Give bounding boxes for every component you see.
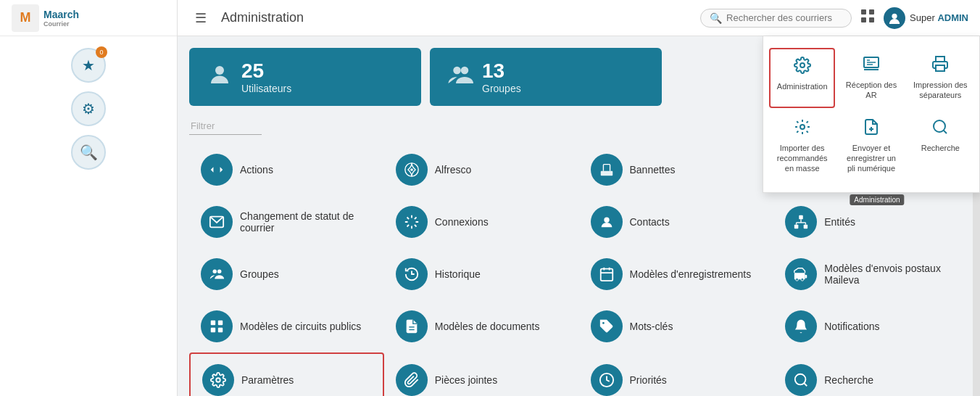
modeles-envois-label: Modèles d'envois postaux Maileva (824, 263, 957, 286)
grid-item-modeles-docs[interactable]: Modèles de documents (384, 300, 579, 352)
actions-icon (201, 154, 233, 186)
svg-rect-14 (800, 215, 804, 220)
recherche-icon (785, 364, 817, 396)
grid-item-mots-cles[interactable]: Mots-clés (579, 300, 774, 352)
grid-item-priorites[interactable]: Priorités (579, 352, 774, 396)
favorites-badge: 0 (96, 46, 107, 58)
grid-item-groupes[interactable]: Groupes (189, 248, 384, 300)
envoyer-icon (863, 118, 880, 140)
search-bar-icon: 🔍 (710, 12, 722, 24)
svg-rect-2 (861, 17, 866, 22)
modeles-docs-icon (396, 310, 428, 342)
search-icon: 🔍 (80, 144, 98, 161)
grid-item-modeles-envois[interactable]: Modèles d'envois postaux Maileva (773, 248, 968, 300)
svg-rect-35 (211, 328, 215, 332)
grid-item-pieces-jointes[interactable]: Pièces jointes (384, 352, 579, 396)
modeles-enreg-label: Modèles d'enregistrements (630, 268, 752, 280)
admin-dd-icon (794, 57, 811, 78)
logo-text: Maarch Courrier (43, 9, 79, 28)
reception-ar-label: Réception des AR (842, 80, 900, 101)
dropdown-item-reception-ar[interactable]: Réception des AR (838, 48, 904, 108)
alfresco-label: Alfresco (435, 164, 472, 176)
svg-point-13 (604, 218, 609, 223)
admin-dd-label: Administration (777, 81, 828, 91)
svg-rect-36 (218, 328, 223, 332)
grid-item-recherche[interactable]: Recherche (773, 352, 968, 396)
grid-item-notifications[interactable]: Notifications (773, 300, 968, 352)
notifications-label: Notifications (824, 321, 879, 332)
pieces-jointes-label: Pièces jointes (435, 374, 497, 386)
svg-point-4 (892, 13, 897, 18)
grid-item-historique[interactable]: Historique (384, 248, 579, 300)
svg-point-7 (461, 66, 469, 74)
grid-item-entites[interactable]: Entités (773, 196, 968, 248)
svg-point-32 (801, 279, 804, 281)
grid-item-modeles-enreg[interactable]: Modèles d'enregistrements (579, 248, 774, 300)
connexions-icon (396, 206, 428, 238)
dropdown-item-importer[interactable]: Importer des recommandés en masse (769, 111, 835, 181)
importer-label: Importer des recommandés en masse (773, 143, 831, 174)
svg-rect-16 (804, 225, 808, 229)
grid-item-bannettes[interactable]: Bannettes (579, 144, 774, 196)
grid-item-actions[interactable]: Actions (189, 144, 384, 196)
historique-label: Historique (435, 268, 481, 280)
dropdown-item-administration[interactable]: Administration Administration (769, 48, 835, 108)
sidebar: M Maarch Courrier ★ 0 ⚙ 🔍 (0, 0, 178, 396)
envoyer-label: Envoyer et enregistrer un pli numérique (842, 143, 900, 174)
groupes-icon (201, 258, 233, 290)
dropdown-item-impression[interactable]: Impression des séparateurs (908, 48, 973, 108)
user-menu-button[interactable]: Super ADMIN (884, 7, 968, 29)
grid-item-contacts[interactable]: Contacts (579, 196, 774, 248)
dropdown-item-envoyer[interactable]: Envoyer et enregistrer un pli numérique (838, 111, 904, 181)
svg-point-40 (216, 378, 220, 382)
stat-card-users[interactable]: 25 Utilisateurs (189, 48, 421, 106)
menu-toggle-button[interactable]: ☰ (189, 7, 212, 29)
logo-icon: M (12, 4, 39, 32)
priorites-icon (591, 364, 623, 396)
changement-label: Changement de statut de courrier (240, 210, 373, 234)
svg-point-21 (213, 270, 217, 274)
filter-input[interactable] (189, 117, 262, 135)
groups-icon (447, 62, 473, 93)
contacts-icon (591, 206, 623, 238)
notifications-icon (785, 310, 817, 342)
svg-point-22 (217, 270, 222, 274)
gear-icon: ⚙ (82, 100, 95, 117)
user-name-label: Super ADMIN (910, 12, 968, 23)
search-bar[interactable]: 🔍 (700, 9, 852, 28)
alfresco-icon (396, 154, 428, 186)
grid-item-modeles-circuits[interactable]: Modèles de circuits publics (189, 300, 384, 352)
parametres-label: Paramètres (241, 374, 294, 386)
svg-line-55 (944, 130, 947, 133)
contacts-label: Contacts (630, 216, 670, 228)
dropdown-item-recherche[interactable]: Recherche (908, 111, 973, 181)
mots-cles-icon (591, 310, 623, 342)
nav-btn-settings[interactable]: ⚙ (71, 91, 106, 126)
grid-item-alfresco[interactable]: Alfresco (384, 144, 579, 196)
svg-rect-33 (211, 321, 215, 325)
svg-rect-1 (869, 9, 874, 15)
modeles-docs-label: Modèles de documents (435, 321, 540, 332)
svg-rect-50 (936, 65, 944, 71)
grid-item-connexions[interactable]: Connexions (384, 196, 579, 248)
actions-label: Actions (240, 164, 273, 176)
stat-groups-count: 13 Groupes (482, 59, 521, 94)
grid-item-parametres[interactable]: Paramètres (189, 352, 384, 396)
pieces-jointes-icon (396, 364, 428, 396)
svg-line-43 (805, 383, 807, 386)
svg-rect-10 (600, 171, 612, 176)
reception-ar-icon (863, 55, 880, 77)
nav-btn-search[interactable]: 🔍 (71, 135, 106, 170)
search-input[interactable] (726, 12, 842, 23)
svg-rect-3 (869, 17, 874, 22)
nav-btn-favorites[interactable]: ★ 0 (71, 48, 106, 83)
apps-dropdown: Administration Administration Réception … (763, 36, 980, 193)
recherche-dd-label: Recherche (921, 143, 960, 153)
svg-rect-15 (794, 225, 799, 229)
stat-card-groups[interactable]: 13 Groupes (430, 48, 662, 106)
mots-cles-label: Mots-clés (630, 321, 673, 332)
grid-apps-button[interactable] (860, 9, 875, 27)
entites-label: Entités (824, 216, 855, 228)
topbar-icons: Super ADMIN (860, 7, 968, 29)
grid-item-changement[interactable]: Changement de statut de courrier (189, 196, 384, 248)
